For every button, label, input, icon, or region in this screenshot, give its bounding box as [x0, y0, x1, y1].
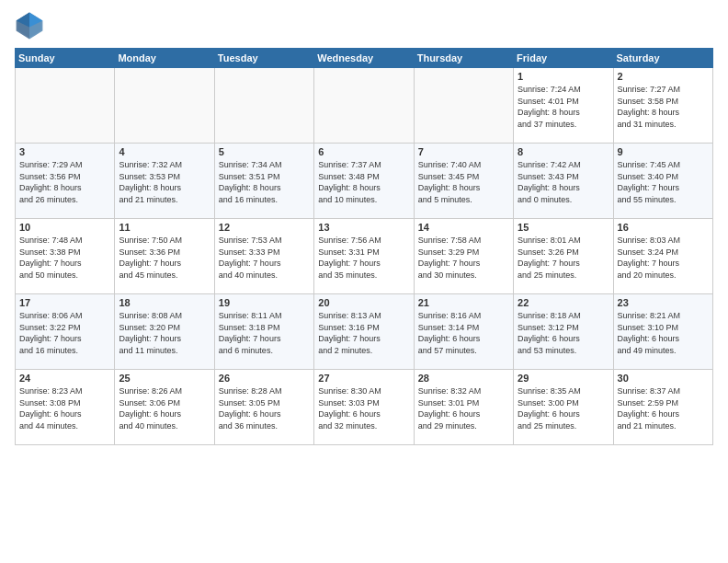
calendar-cell: 1Sunrise: 7:24 AM Sunset: 4:01 PM Daylig… — [514, 68, 613, 144]
day-number: 9 — [618, 146, 709, 157]
day-number: 24 — [19, 373, 110, 384]
calendar-cell: 21Sunrise: 8:16 AM Sunset: 3:14 PM Dayli… — [414, 294, 513, 370]
week-row-1: 3Sunrise: 7:29 AM Sunset: 3:56 PM Daylig… — [16, 144, 713, 219]
day-number: 11 — [119, 222, 210, 233]
calendar-cell — [214, 68, 313, 144]
calendar-cell: 25Sunrise: 8:26 AM Sunset: 3:06 PM Dayli… — [115, 370, 214, 445]
calendar-cell: 29Sunrise: 8:35 AM Sunset: 3:00 PM Dayli… — [514, 370, 613, 445]
day-number: 26 — [219, 373, 310, 384]
day-info: Sunrise: 8:28 AM Sunset: 3:05 PM Dayligh… — [219, 385, 310, 431]
calendar-cell: 5Sunrise: 7:34 AM Sunset: 3:51 PM Daylig… — [214, 144, 313, 219]
weekday-friday: Friday — [514, 49, 613, 68]
calendar-cell: 26Sunrise: 8:28 AM Sunset: 3:05 PM Dayli… — [214, 370, 313, 445]
day-number: 15 — [518, 222, 609, 233]
calendar-cell: 30Sunrise: 8:37 AM Sunset: 2:59 PM Dayli… — [613, 370, 712, 445]
logo — [15, 11, 48, 40]
day-number: 10 — [19, 222, 110, 233]
day-number: 17 — [19, 297, 110, 308]
day-number: 27 — [318, 373, 409, 384]
weekday-header-row: SundayMondayTuesdayWednesdayThursdayFrid… — [16, 49, 713, 68]
calendar-cell — [16, 68, 115, 144]
day-info: Sunrise: 8:26 AM Sunset: 3:06 PM Dayligh… — [119, 385, 210, 431]
calendar-cell — [115, 68, 214, 144]
day-info: Sunrise: 8:08 AM Sunset: 3:20 PM Dayligh… — [119, 310, 210, 356]
calendar-cell: 24Sunrise: 8:23 AM Sunset: 3:08 PM Dayli… — [16, 370, 115, 445]
day-number: 23 — [618, 297, 709, 308]
weekday-thursday: Thursday — [414, 49, 513, 68]
day-info: Sunrise: 8:21 AM Sunset: 3:10 PM Dayligh… — [618, 310, 709, 356]
calendar-cell: 13Sunrise: 7:56 AM Sunset: 3:31 PM Dayli… — [314, 219, 414, 294]
day-info: Sunrise: 8:01 AM Sunset: 3:26 PM Dayligh… — [518, 235, 609, 281]
calendar-cell: 16Sunrise: 8:03 AM Sunset: 3:24 PM Dayli… — [613, 219, 712, 294]
header — [15, 11, 713, 40]
weekday-wednesday: Wednesday — [314, 49, 414, 68]
day-info: Sunrise: 8:30 AM Sunset: 3:03 PM Dayligh… — [318, 385, 409, 431]
day-info: Sunrise: 7:37 AM Sunset: 3:48 PM Dayligh… — [318, 159, 409, 205]
day-info: Sunrise: 8:11 AM Sunset: 3:18 PM Dayligh… — [219, 310, 310, 356]
day-info: Sunrise: 8:16 AM Sunset: 3:14 PM Dayligh… — [418, 310, 509, 356]
calendar-cell: 28Sunrise: 8:32 AM Sunset: 3:01 PM Dayli… — [414, 370, 513, 445]
calendar-cell: 4Sunrise: 7:32 AM Sunset: 3:53 PM Daylig… — [115, 144, 214, 219]
day-info: Sunrise: 7:50 AM Sunset: 3:36 PM Dayligh… — [119, 235, 210, 281]
day-number: 20 — [318, 297, 409, 308]
calendar-cell: 6Sunrise: 7:37 AM Sunset: 3:48 PM Daylig… — [314, 144, 414, 219]
page: SundayMondayTuesdayWednesdayThursdayFrid… — [0, 0, 728, 563]
day-info: Sunrise: 8:13 AM Sunset: 3:16 PM Dayligh… — [318, 310, 409, 356]
day-info: Sunrise: 7:40 AM Sunset: 3:45 PM Dayligh… — [418, 159, 509, 205]
day-info: Sunrise: 7:32 AM Sunset: 3:53 PM Dayligh… — [119, 159, 210, 205]
calendar-cell: 3Sunrise: 7:29 AM Sunset: 3:56 PM Daylig… — [16, 144, 115, 219]
calendar-cell: 20Sunrise: 8:13 AM Sunset: 3:16 PM Dayli… — [314, 294, 414, 370]
day-number: 14 — [418, 222, 509, 233]
calendar-table: SundayMondayTuesdayWednesdayThursdayFrid… — [15, 48, 713, 445]
calendar-cell: 15Sunrise: 8:01 AM Sunset: 3:26 PM Dayli… — [514, 219, 613, 294]
week-row-0: 1Sunrise: 7:24 AM Sunset: 4:01 PM Daylig… — [16, 68, 713, 144]
day-number: 1 — [518, 71, 609, 82]
calendar-cell: 8Sunrise: 7:42 AM Sunset: 3:43 PM Daylig… — [514, 144, 613, 219]
calendar-cell: 17Sunrise: 8:06 AM Sunset: 3:22 PM Dayli… — [16, 294, 115, 370]
calendar-cell: 10Sunrise: 7:48 AM Sunset: 3:38 PM Dayli… — [16, 219, 115, 294]
day-info: Sunrise: 8:32 AM Sunset: 3:01 PM Dayligh… — [418, 385, 509, 431]
calendar-cell: 2Sunrise: 7:27 AM Sunset: 3:58 PM Daylig… — [613, 68, 712, 144]
day-info: Sunrise: 8:37 AM Sunset: 2:59 PM Dayligh… — [618, 385, 709, 431]
week-row-4: 24Sunrise: 8:23 AM Sunset: 3:08 PM Dayli… — [16, 370, 713, 445]
weekday-tuesday: Tuesday — [214, 49, 313, 68]
day-info: Sunrise: 7:56 AM Sunset: 3:31 PM Dayligh… — [318, 235, 409, 281]
calendar-cell: 19Sunrise: 8:11 AM Sunset: 3:18 PM Dayli… — [214, 294, 313, 370]
day-number: 7 — [418, 146, 509, 157]
day-info: Sunrise: 7:34 AM Sunset: 3:51 PM Dayligh… — [219, 159, 310, 205]
day-number: 18 — [119, 297, 210, 308]
day-info: Sunrise: 7:42 AM Sunset: 3:43 PM Dayligh… — [518, 159, 609, 205]
calendar-cell: 9Sunrise: 7:45 AM Sunset: 3:40 PM Daylig… — [613, 144, 712, 219]
day-info: Sunrise: 7:24 AM Sunset: 4:01 PM Dayligh… — [518, 84, 609, 130]
weekday-sunday: Sunday — [16, 49, 115, 68]
calendar-cell: 7Sunrise: 7:40 AM Sunset: 3:45 PM Daylig… — [414, 144, 513, 219]
day-info: Sunrise: 7:45 AM Sunset: 3:40 PM Dayligh… — [618, 159, 709, 205]
day-number: 22 — [518, 297, 609, 308]
day-info: Sunrise: 7:58 AM Sunset: 3:29 PM Dayligh… — [418, 235, 509, 281]
calendar-cell: 14Sunrise: 7:58 AM Sunset: 3:29 PM Dayli… — [414, 219, 513, 294]
day-number: 3 — [19, 146, 110, 157]
day-number: 2 — [618, 71, 709, 82]
calendar-cell: 22Sunrise: 8:18 AM Sunset: 3:12 PM Dayli… — [514, 294, 613, 370]
day-info: Sunrise: 7:27 AM Sunset: 3:58 PM Dayligh… — [618, 84, 709, 130]
week-row-2: 10Sunrise: 7:48 AM Sunset: 3:38 PM Dayli… — [16, 219, 713, 294]
calendar-cell: 18Sunrise: 8:08 AM Sunset: 3:20 PM Dayli… — [115, 294, 214, 370]
day-number: 29 — [518, 373, 609, 384]
day-number: 6 — [318, 146, 409, 157]
day-info: Sunrise: 7:29 AM Sunset: 3:56 PM Dayligh… — [19, 159, 110, 205]
day-info: Sunrise: 7:48 AM Sunset: 3:38 PM Dayligh… — [19, 235, 110, 281]
calendar-cell: 11Sunrise: 7:50 AM Sunset: 3:36 PM Dayli… — [115, 219, 214, 294]
calendar-cell: 23Sunrise: 8:21 AM Sunset: 3:10 PM Dayli… — [613, 294, 712, 370]
day-number: 21 — [418, 297, 509, 308]
weekday-saturday: Saturday — [613, 49, 712, 68]
day-number: 8 — [518, 146, 609, 157]
day-number: 16 — [618, 222, 709, 233]
day-info: Sunrise: 8:18 AM Sunset: 3:12 PM Dayligh… — [518, 310, 609, 356]
day-info: Sunrise: 8:35 AM Sunset: 3:00 PM Dayligh… — [518, 385, 609, 431]
day-number: 25 — [119, 373, 210, 384]
day-number: 4 — [119, 146, 210, 157]
day-number: 19 — [219, 297, 310, 308]
day-info: Sunrise: 8:06 AM Sunset: 3:22 PM Dayligh… — [19, 310, 110, 356]
weekday-monday: Monday — [115, 49, 214, 68]
day-number: 30 — [618, 373, 709, 384]
